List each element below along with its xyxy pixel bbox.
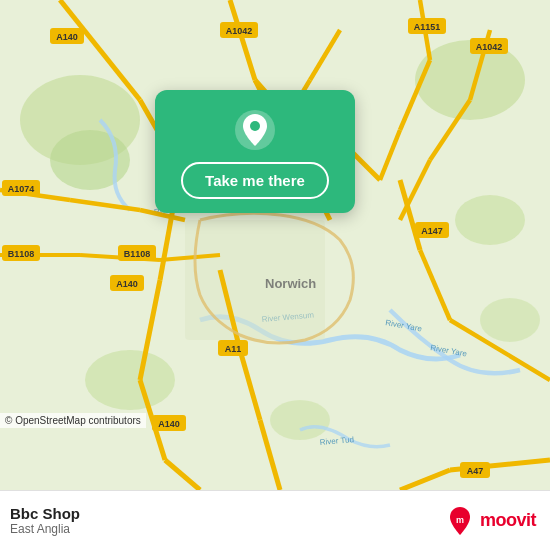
osm-attribution: © OpenStreetMap contributors — [0, 413, 146, 428]
svg-text:A140: A140 — [116, 279, 138, 289]
svg-text:A1151: A1151 — [414, 22, 441, 32]
svg-text:A140: A140 — [158, 419, 180, 429]
moovit-text: moovit — [480, 510, 536, 531]
svg-text:A147: A147 — [421, 226, 443, 236]
moovit-pin-icon: m — [444, 505, 476, 537]
svg-text:A11: A11 — [225, 344, 242, 354]
moovit-logo[interactable]: m moovit — [444, 505, 536, 537]
location-name: Bbc Shop — [10, 505, 80, 522]
svg-text:A1042: A1042 — [476, 42, 503, 52]
map-container[interactable]: River W River Wensum River Yare River Ya… — [0, 0, 550, 490]
popup-box[interactable]: Take me there — [155, 90, 355, 213]
svg-point-6 — [85, 350, 175, 410]
popup-overlay: Take me there — [145, 90, 365, 213]
svg-text:B1108: B1108 — [124, 249, 151, 259]
take-me-there-button[interactable]: Take me there — [181, 162, 329, 199]
svg-text:B1108: B1108 — [8, 249, 35, 259]
location-pin-icon — [233, 108, 277, 152]
svg-text:A140: A140 — [56, 32, 78, 42]
svg-point-79 — [250, 121, 260, 131]
svg-point-3 — [415, 40, 525, 120]
svg-text:A1074: A1074 — [8, 184, 35, 194]
svg-text:m: m — [456, 515, 464, 525]
svg-point-5 — [480, 298, 540, 342]
svg-text:Norwich: Norwich — [265, 276, 316, 291]
svg-text:A1042: A1042 — [226, 26, 253, 36]
svg-point-2 — [50, 130, 130, 190]
location-region: East Anglia — [10, 522, 80, 536]
bottom-text: Bbc Shop East Anglia — [10, 505, 80, 536]
svg-point-4 — [455, 195, 525, 245]
bottom-bar: Bbc Shop East Anglia m moovit — [0, 490, 550, 550]
svg-point-7 — [270, 400, 330, 440]
svg-text:A47: A47 — [467, 466, 484, 476]
